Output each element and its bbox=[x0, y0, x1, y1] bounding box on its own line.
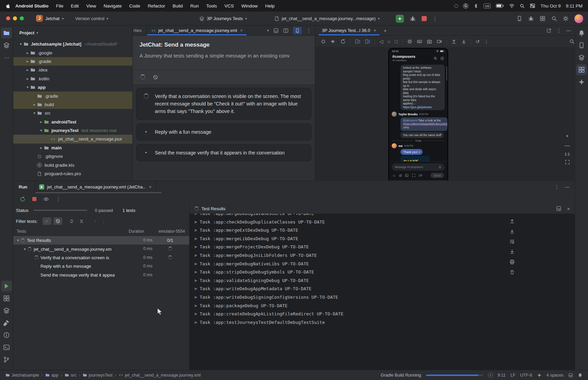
fit-to-window-icon[interactable] bbox=[565, 160, 570, 165]
editor-tab-partial[interactable]: rties bbox=[133, 26, 147, 35]
journey-step-card[interactable]: •Send the message verify that it appears… bbox=[136, 144, 311, 161]
google-icon[interactable]: G bbox=[463, 3, 468, 9]
indent-setting[interactable]: 4 spaces bbox=[546, 373, 564, 378]
bluetooth-icon[interactable] bbox=[473, 3, 478, 9]
wifi-icon[interactable] bbox=[509, 3, 514, 9]
info-icon[interactable] bbox=[1, 330, 12, 341]
emoji-icon[interactable]: ☺ bbox=[392, 174, 396, 177]
scroll-down-icon[interactable] bbox=[509, 229, 515, 234]
phone-scrollbar[interactable] bbox=[446, 66, 447, 81]
scroll-to-end-icon[interactable] bbox=[509, 249, 515, 254]
mic-icon[interactable] bbox=[438, 165, 442, 169]
project-tree-row[interactable]: ▸androidTest bbox=[13, 118, 132, 126]
bell-icon[interactable] bbox=[576, 28, 587, 38]
minimize-icon[interactable]: — bbox=[565, 184, 569, 189]
image-icon[interactable] bbox=[405, 174, 409, 177]
grid-icon[interactable] bbox=[576, 64, 587, 75]
screen-recording-icon[interactable] bbox=[454, 4, 458, 8]
menu-window[interactable]: Window bbox=[241, 3, 258, 9]
duration-column-header[interactable]: Duration bbox=[129, 229, 144, 234]
send-button[interactable]: Send bbox=[430, 173, 444, 178]
split-editor-icon[interactable] bbox=[283, 28, 289, 33]
keyboard-icon[interactable] bbox=[417, 39, 422, 44]
next-failed-button[interactable]: ↓ bbox=[101, 218, 107, 224]
chevron-closed-icon[interactable]: ▸ bbox=[25, 59, 30, 64]
project-tree-row[interactable]: ▾app bbox=[13, 83, 132, 92]
tab-list-dropdown-icon[interactable]: ▾ bbox=[267, 29, 269, 32]
fold-open-icon[interactable] bbox=[365, 39, 370, 44]
chat-info-icon[interactable] bbox=[440, 56, 444, 60]
download-icon[interactable] bbox=[461, 39, 467, 44]
chevron-open-icon[interactable]: ▾ bbox=[22, 247, 28, 251]
project-selector[interactable]: J Jetchat ▾ bbox=[33, 14, 66, 23]
window-minimize-button[interactable] bbox=[13, 16, 17, 20]
current-file-selector[interactable]: jet_chat__send_a_message.journey...messa… bbox=[274, 12, 380, 26]
file-encoding[interactable]: UTF-8 bbox=[520, 373, 532, 378]
caret-position[interactable]: 9:11 bbox=[498, 373, 506, 378]
menu-run[interactable]: Run bbox=[190, 3, 199, 9]
project-panel-header[interactable]: Project ▾ bbox=[13, 26, 132, 40]
show-passed-toggle[interactable]: ✓ bbox=[43, 217, 51, 225]
rotate-icon[interactable] bbox=[340, 39, 346, 44]
close-icon[interactable]: × bbox=[149, 184, 152, 189]
zoom-level-label[interactable]: 1:1 bbox=[565, 152, 570, 156]
cancel-circle-icon[interactable] bbox=[153, 75, 158, 80]
project-tree-row[interactable]: ▸build bbox=[13, 100, 132, 109]
scroll-up-icon[interactable] bbox=[509, 218, 515, 224]
gradle-build-label[interactable]: Gradle Build Running bbox=[381, 373, 421, 378]
project-tree-row[interactable]: .gitignore bbox=[13, 152, 132, 161]
close-icon[interactable]: × bbox=[240, 28, 243, 33]
watch-icon[interactable] bbox=[43, 196, 49, 202]
menu-tools[interactable]: Tools bbox=[206, 3, 217, 9]
journey-step-card[interactable]: •Reply with a fun message bbox=[136, 123, 311, 141]
breadcrumb-item[interactable]: journeysTest bbox=[83, 373, 113, 378]
project-tree-row[interactable]: ▸.idea bbox=[13, 66, 132, 74]
profiler-bug-icon[interactable] bbox=[528, 16, 534, 21]
chat-mention[interactable]: @aliconors bbox=[403, 119, 418, 122]
menu-vcs[interactable]: VCS bbox=[224, 3, 234, 9]
chevron-open-icon[interactable]: ▾ bbox=[25, 85, 30, 89]
show-ignored-toggle[interactable] bbox=[53, 217, 62, 225]
clear-console-icon[interactable] bbox=[509, 269, 515, 275]
project-tree-row[interactable]: Gbuild.gradle.kts bbox=[13, 161, 132, 169]
home-icon[interactable]: ○ bbox=[388, 39, 390, 44]
settings-gear-icon[interactable] bbox=[563, 16, 569, 21]
menu-file[interactable]: File bbox=[56, 3, 63, 9]
test-tree-row[interactable]: Verify that a conversation screen is0 ms bbox=[13, 253, 189, 262]
menu-refactor[interactable]: Refactor bbox=[148, 3, 165, 9]
chevron-closed-icon[interactable]: ▸ bbox=[38, 120, 44, 124]
minimize-icon[interactable]: — bbox=[566, 28, 571, 33]
run-configuration-selector[interactable]: 3P Journeys Tests ▾ bbox=[199, 12, 247, 26]
window-close-button[interactable] bbox=[6, 16, 10, 20]
stop-test-button[interactable] bbox=[32, 197, 36, 201]
test-tree-row[interactable]: ▾Test Results0 ms0/1 bbox=[13, 236, 189, 245]
layers-icon[interactable] bbox=[1, 40, 12, 51]
menu-help[interactable]: Help bbox=[265, 3, 275, 9]
previous-failed-button[interactable]: ↑ bbox=[92, 218, 99, 224]
project-folder-icon[interactable] bbox=[1, 28, 12, 38]
project-tree-row[interactable]: ▸gradle bbox=[13, 178, 132, 181]
chevron-closed-icon[interactable]: ▸ bbox=[32, 102, 37, 107]
project-tree-row[interactable]: ▾journeysTesttest resources root bbox=[13, 126, 132, 135]
hammer-icon[interactable] bbox=[1, 317, 12, 328]
editor-tab-active[interactable]: jet_chat__send_a_message.journey.xml × bbox=[147, 26, 247, 35]
screen-record-icon[interactable] bbox=[437, 39, 442, 44]
chevron-closed-icon[interactable]: ▸ bbox=[25, 77, 30, 81]
chat-link[interactable]: https://goo.gle/jetnews bbox=[403, 105, 432, 109]
user-avatar[interactable] bbox=[574, 14, 583, 23]
terminal-icon[interactable] bbox=[1, 342, 12, 353]
power-icon[interactable] bbox=[321, 39, 326, 44]
device-column-header[interactable]: emulator-5554 bbox=[159, 229, 185, 234]
mention-icon[interactable]: @ bbox=[399, 174, 402, 177]
search-everywhere-icon[interactable] bbox=[551, 16, 557, 21]
gemini-run-button[interactable] bbox=[396, 15, 404, 23]
run-toolbar-more-icon[interactable]: ⋮ bbox=[56, 196, 61, 202]
keyboard-layout-badge[interactable]: US bbox=[484, 3, 491, 9]
camera-icon[interactable] bbox=[427, 39, 432, 44]
device-settings-icon[interactable] bbox=[407, 39, 412, 44]
overview-icon[interactable]: □ bbox=[395, 39, 397, 44]
tab-scrollbar[interactable] bbox=[35, 192, 162, 193]
layers-icon[interactable] bbox=[1, 305, 12, 316]
breadcrumb-item[interactable]: Jetchatsample bbox=[5, 373, 39, 378]
menu-build[interactable]: Build bbox=[173, 3, 183, 9]
